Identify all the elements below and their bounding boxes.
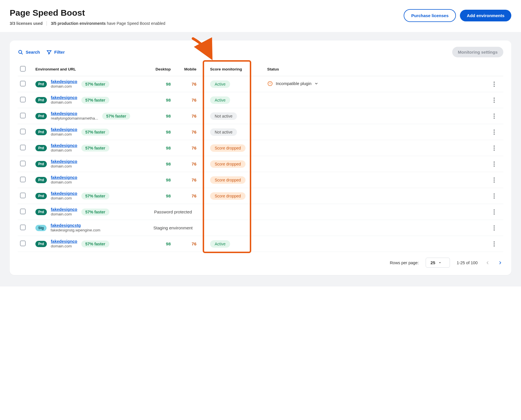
mobile-score: 76 [192,241,196,246]
monitoring-settings-button[interactable]: Monitoring settings [452,47,503,57]
row-checkbox[interactable] [20,177,26,182]
warning-icon [267,81,273,86]
licenses-used-label: 3/3 licenses used [10,21,43,26]
monitoring-pill: Not active [210,128,237,136]
env-domain: domain.com [51,212,77,217]
row-checkbox[interactable] [20,113,26,118]
purchase-licenses-button[interactable]: Purchase licenses [404,9,456,22]
monitoring-pill: Score dropped [210,160,246,168]
desktop-score: 98 [166,98,171,102]
column-header-mobile[interactable]: Mobile [173,62,199,76]
svg-point-4 [270,84,270,85]
mobile-score: 76 [192,177,196,182]
row-actions-menu[interactable] [490,128,498,136]
mobile-score: 76 [192,98,196,102]
svg-line-1 [21,53,23,54]
column-header-status[interactable]: Status [256,62,488,76]
row-actions-menu[interactable] [490,144,498,152]
env-domain: domain.com [51,164,77,169]
row-checkbox[interactable] [20,241,26,246]
mobile-score: 76 [192,146,196,150]
table-row: Stg fakedesigncstg fakedesignstg.wpengin… [18,220,503,236]
row-checkbox[interactable] [20,81,26,86]
prev-page-button[interactable] [484,260,491,266]
env-domain: domain.com [51,84,77,89]
row-actions-menu[interactable] [490,192,498,200]
row-checkbox[interactable] [20,225,26,230]
desktop-score: 98 [166,241,171,246]
env-tag: Prd [35,113,47,119]
mobile-score: 76 [192,130,196,134]
row-checkbox[interactable] [20,145,26,150]
desktop-score: 98 [166,130,171,134]
row-actions-menu[interactable] [490,224,498,232]
table-row: Prd fakedesignco domain.com 57% faster 9… [18,76,503,92]
monitoring-pill: Active [210,96,230,104]
table-row: Prd fakedesignco domain.com 57% faster P… [18,204,503,220]
env-name-link[interactable]: fakedesignco [51,239,77,244]
row-checkbox[interactable] [20,209,26,214]
env-name-link[interactable]: fakedesignco [51,143,77,148]
row-actions-menu[interactable] [490,80,498,88]
add-environments-button[interactable]: Add environments [460,10,511,21]
search-button[interactable]: Search [18,49,40,55]
env-name-link[interactable]: fakedesignco [51,127,77,132]
page-title: Page Speed Boost [10,8,165,18]
row-checkbox[interactable] [20,193,26,198]
row-actions-menu[interactable] [490,176,498,184]
env-tag: Prd [35,129,47,135]
row-actions-menu[interactable] [490,112,498,120]
env-name-link[interactable]: fakedesignco [51,207,77,212]
column-header-score[interactable]: Score monitoring [199,62,256,76]
prod-env-stat-rest: have Page Speed Boost enabled [106,21,165,26]
desktop-score: 98 [166,114,171,118]
env-name-link[interactable]: fakedesignco [51,159,77,164]
row-actions-menu[interactable] [490,96,498,104]
row-note: Password protected [154,209,192,214]
row-checkbox[interactable] [20,129,26,134]
env-domain: reallylongdomainnametha... [51,116,98,121]
column-header-desktop[interactable]: Desktop [147,62,173,76]
env-tag: Prd [35,193,47,199]
filter-icon [46,49,52,55]
env-tag: Stg [35,225,47,231]
rows-per-page-select[interactable]: 25 [426,258,450,268]
row-actions-menu[interactable] [490,240,498,248]
next-page-button[interactable] [497,260,503,266]
row-actions-menu[interactable] [490,208,498,216]
status-toggle[interactable]: Incompatible plugin [267,81,318,86]
column-header-env[interactable]: Environment and URL [33,62,147,76]
speed-pill: 57% faster [102,113,130,120]
table-row: Prd fakedesignco reallylongdomainnametha… [18,108,503,124]
env-tag: Prd [35,145,47,151]
env-name-link[interactable]: fakedesignco [51,95,77,100]
table-row: Prd fakedesignco domain.com 57% faster 9… [18,188,503,204]
row-actions-menu[interactable] [490,160,498,168]
env-tag: Prd [35,209,47,215]
desktop-score: 98 [166,177,171,182]
env-name-link[interactable]: fakedesigncstg [51,223,100,228]
env-name-link[interactable]: fakedesignco [51,111,98,116]
env-tag: Prd [35,177,47,183]
pagination-range: 1-25 of 100 [457,261,478,265]
monitoring-pill: Not active [210,112,237,120]
mobile-score: 76 [192,193,196,198]
env-name-link[interactable]: fakedesignco [51,191,77,196]
env-name-link[interactable]: fakedesignco [51,79,77,84]
table-row: Prd fakedesignco domain.com 57% faster 9… [18,124,503,140]
speed-pill: 57% faster [81,129,109,136]
chevron-down-icon [314,82,318,86]
prod-env-stat-bold: 3/5 production environments [51,21,106,26]
mobile-score: 76 [192,161,196,166]
speed-pill: 57% faster [81,241,109,247]
row-checkbox[interactable] [20,97,26,102]
filter-button[interactable]: Filter [46,49,65,55]
env-name-link[interactable]: fakedesignco [51,175,77,180]
chevron-left-icon [486,261,490,265]
monitoring-pill: Score dropped [210,192,246,200]
row-checkbox[interactable] [20,161,26,166]
search-icon [18,49,23,55]
monitoring-pill: Score dropped [210,144,246,152]
select-all-checkbox[interactable] [20,66,26,72]
monitoring-pill: Score dropped [210,176,246,184]
